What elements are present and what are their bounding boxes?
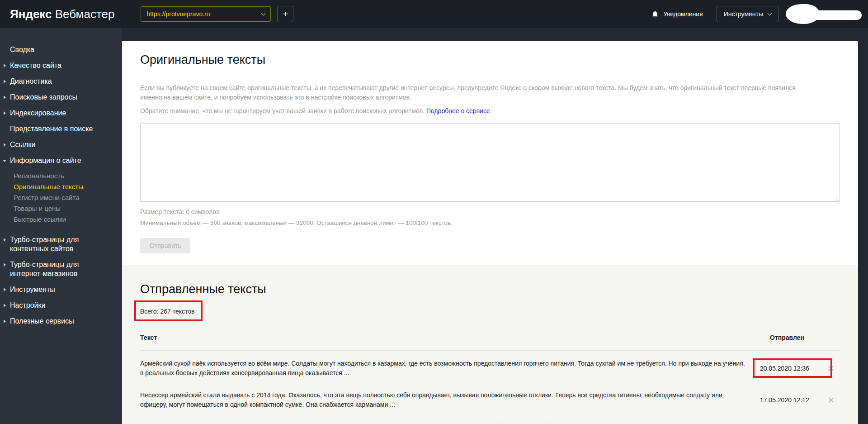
sidebar-item-indexing[interactable]: Индексирование <box>5 109 111 118</box>
column-header-sent: Отправлен <box>770 334 833 341</box>
expanded-arrow-icon <box>3 160 6 162</box>
sidebar-item-site-info[interactable]: Информация о сайте <box>5 156 111 165</box>
site-selector-dropdown[interactable]: https://protvoepravo.ru <box>141 6 271 22</box>
main-content: Оригинальные тексты Если вы публикуете н… <box>122 28 868 424</box>
chevron-down-icon <box>261 11 266 15</box>
sidebar-item-turbo-online-stores[interactable]: Турбо-страницы для интернет-магазинов <box>5 260 111 278</box>
note-text: Обратите внимание, что мы не гарантируем… <box>140 106 840 116</box>
collapsed-arrow-icon <box>4 319 6 323</box>
sidebar-subitem-goods-prices[interactable]: Товары и цены <box>5 205 118 212</box>
tools-label: Инструменты <box>724 10 763 18</box>
total-count: Всего: 267 текстов <box>140 307 195 315</box>
table-header: Текст Отправлен <box>140 334 840 351</box>
add-site-button[interactable]: + <box>277 6 293 22</box>
sent-texts-title: Отправленные тексты <box>140 282 840 296</box>
sent-date: 20.05.2020 12:36 <box>760 365 822 372</box>
logo-product: Вебмастер <box>55 7 115 21</box>
sidebar-subitem-site-name-case[interactable]: Регистр имени сайта <box>5 194 118 201</box>
delete-text-icon[interactable]: ✕ <box>822 363 840 374</box>
sidebar-item-summary[interactable]: Сводка <box>5 45 111 54</box>
sidebar-nav: Сводка Качество сайта Диагностика Поиско… <box>0 28 122 424</box>
collapsed-arrow-icon <box>4 95 6 99</box>
original-texts-form-section: Оригинальные тексты Если вы публикуете н… <box>122 41 858 265</box>
page-title: Оригинальные тексты <box>140 53 840 67</box>
sidebar-item-search-queries[interactable]: Поисковые запросы <box>5 93 111 102</box>
sidebar-item-site-quality[interactable]: Качество сайта <box>5 61 111 70</box>
text-size-counter: Размер текста: 0 символов <box>140 208 840 215</box>
sidebar-item-useful-services[interactable]: Полезные сервисы <box>5 317 111 326</box>
sidebar-item-search-appearance[interactable]: Представление в поиске <box>5 124 111 133</box>
chevron-down-icon <box>768 11 772 15</box>
sidebar-item-turbo-content-sites[interactable]: Турбо-страницы для контентных сайтов <box>5 235 111 253</box>
sent-date: 17.05.2020 12:12 <box>760 396 822 404</box>
table-row: Берут ли с простатитом в армию? Этот воп… <box>140 414 840 424</box>
redacted-user-avatar[interactable] <box>786 4 862 24</box>
sent-texts-section: Отправленные тексты Всего: 267 текстов Т… <box>122 265 858 424</box>
logo-brand: Яндекс <box>10 7 52 21</box>
collapsed-arrow-icon <box>4 64 6 67</box>
sent-text-snippet: Армейский сухой паёк используется во всё… <box>140 359 749 378</box>
collapsed-arrow-icon <box>4 304 6 307</box>
sidebar-subitem-original-texts[interactable]: Оригинальные тексты <box>5 183 118 191</box>
original-text-input[interactable] <box>140 123 840 202</box>
sidebar-item-diagnostics[interactable]: Диагностика <box>5 77 111 86</box>
sidebar-item-tools[interactable]: Инструменты <box>5 285 111 294</box>
collapsed-arrow-icon <box>4 288 6 291</box>
sent-text-snippet: Берут ли с простатитом в армию? Этот воп… <box>140 422 749 424</box>
collapsed-arrow-icon <box>4 238 6 242</box>
service-details-link[interactable]: Подробнее о сервисе <box>426 107 490 114</box>
submit-button[interactable]: Отправить <box>140 238 190 253</box>
table-row: Несессер армейский стали выдавать с 2014… <box>140 382 840 410</box>
column-header-text: Текст <box>140 334 759 341</box>
collapsed-arrow-icon <box>4 111 6 115</box>
site-selector-value: https://protvoepravo.ru <box>146 10 210 18</box>
delete-text-icon[interactable]: ✕ <box>822 395 840 405</box>
site-info-submenu: Региональность Оригинальные тексты Регис… <box>5 172 118 223</box>
bell-icon <box>651 10 659 18</box>
collapsed-arrow-icon <box>4 143 6 147</box>
limits-hint: Минимальный объем — 500 знаков, максимал… <box>140 219 840 226</box>
notifications-button[interactable]: Уведомления <box>651 10 703 18</box>
notifications-label: Уведомления <box>663 10 703 18</box>
tools-dropdown[interactable]: Инструменты <box>717 6 778 22</box>
table-row: Армейский сухой паёк используется во всё… <box>140 351 840 378</box>
sent-text-snippet: Несессер армейский стали выдавать с 2014… <box>140 391 749 410</box>
sidebar-item-settings[interactable]: Настройки <box>5 301 111 310</box>
collapsed-arrow-icon <box>4 80 6 83</box>
collapsed-arrow-icon <box>4 263 6 267</box>
yandex-webmaster-logo: Яндекс Вебмастер <box>10 7 114 21</box>
app-header: Яндекс Вебмастер https://protvoepravo.ru… <box>0 0 868 28</box>
intro-text: Если вы публикуете на своем сайте оригин… <box>140 83 816 102</box>
sidebar-subitem-quick-links[interactable]: Быстрые ссылки <box>5 215 118 223</box>
sidebar-item-links[interactable]: Ссылки <box>5 140 111 149</box>
sidebar-subitem-regionality[interactable]: Региональность <box>5 172 118 180</box>
